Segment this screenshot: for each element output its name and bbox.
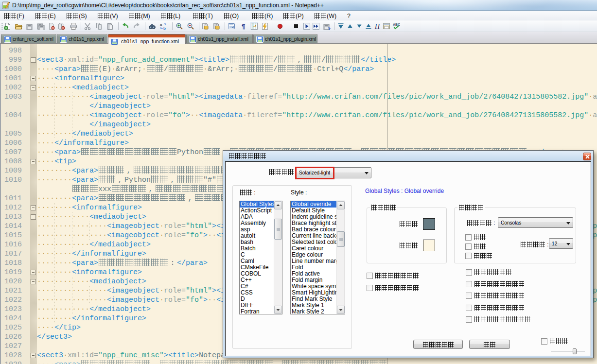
svg-text:¶: ¶ xyxy=(242,23,245,30)
svg-text:ABC: ABC xyxy=(393,23,400,26)
svg-text:a: a xyxy=(160,23,162,27)
svg-text:b: b xyxy=(163,26,166,30)
svg-text:H: H xyxy=(374,23,380,30)
